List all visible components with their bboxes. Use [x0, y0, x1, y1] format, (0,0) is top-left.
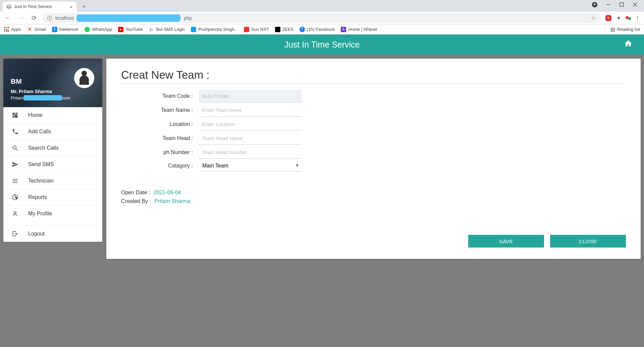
new-tab-button[interactable]: + [79, 2, 89, 11]
extension-icons: ✦ [605, 14, 641, 22]
dashboard-icon [11, 112, 19, 119]
twitter-icon [191, 27, 196, 32]
row-location: Location : [121, 118, 626, 131]
close-window-icon[interactable] [631, 0, 639, 9]
location-input[interactable] [199, 118, 302, 131]
reload-icon[interactable]: ⟳ [30, 14, 38, 22]
row-team-head: Team Head : [121, 132, 626, 145]
row-team-name: Team Name : [121, 104, 626, 117]
menu-send-sms[interactable]: Send SMS [3, 156, 102, 173]
row-category: Catagory : Main Team [121, 160, 626, 171]
meta-created-by: Created By : Pritam Sharma [121, 198, 626, 204]
send-icon [11, 161, 19, 168]
profile-card: BM Mr. Pritam Sharma Pritamcom [3, 59, 102, 107]
label-team-name: Team Name : [121, 107, 199, 113]
svg-rect-11 [13, 181, 18, 181]
freelencer-icon: f [52, 27, 57, 32]
svg-rect-12 [13, 182, 18, 183]
reading-list-button[interactable]: ▤Reading list [605, 26, 640, 32]
form-meta: Open Date : 2021-09-04 Created By : Prit… [121, 190, 626, 204]
app-title: Just In Time Service [284, 40, 360, 50]
bm-youtube[interactable]: ▸YouTube [118, 27, 143, 32]
home-icon[interactable] [624, 39, 633, 50]
phone-icon [11, 128, 19, 135]
svg-rect-7 [14, 115, 17, 118]
extensions-icon[interactable]: ✦ [615, 15, 622, 21]
open-date-value: 2021-09-04 [154, 190, 181, 195]
app-header: Just In Time Service [0, 34, 644, 55]
bm-hpanel[interactable]: hHome | hPanel [341, 27, 377, 32]
bulsms-icon: |≡ [149, 27, 154, 32]
address-bar[interactable]: i localhost php ☆ [43, 13, 601, 23]
created-by-value: Pritam Sharma [154, 198, 190, 204]
sunnxt-icon [244, 27, 249, 32]
bm-sunnxt[interactable]: Sun NXT [244, 27, 269, 32]
team-head-input[interactable] [199, 132, 302, 145]
label-team-head: Team Head : [121, 135, 199, 141]
menu-search-calls[interactable]: Search Calls [3, 140, 102, 156]
list-icon [11, 177, 19, 185]
bm-apps[interactable]: Apps [4, 27, 21, 32]
browser-tab[interactable]: Just In Time Service × [3, 2, 76, 12]
menu-logout[interactable]: Logout [3, 226, 102, 242]
back-icon[interactable]: ← [3, 14, 12, 22]
bm-zee5[interactable]: ZEE5 [275, 27, 293, 32]
reading-list-icon: ▤ [610, 26, 615, 32]
bookmark-star-icon[interactable]: ☆ [591, 14, 596, 21]
bm-facebook[interactable]: f(15) Facebook [300, 27, 335, 32]
user-email: Pritamcom [11, 95, 95, 100]
close-button[interactable]: CLOSE [550, 235, 626, 248]
team-name-input[interactable] [199, 104, 302, 117]
label-location: Location : [121, 121, 199, 127]
bm-whatsapp[interactable]: WhatsApp [85, 27, 112, 32]
tab-title: Just In Time Service [14, 4, 52, 9]
user-name: Mr. Pritam Sharma [11, 89, 95, 94]
facebook-icon: f [300, 27, 305, 32]
menu-my-profile[interactable]: My Profile [3, 206, 102, 222]
hpanel-icon: h [341, 27, 346, 32]
zee5-icon [275, 27, 280, 32]
email-redacted [23, 95, 62, 100]
category-select-wrap: Main Team [199, 160, 302, 171]
chart-icon [11, 194, 19, 201]
bm-bulsms[interactable]: |≡Bul SMS Login [149, 27, 185, 32]
category-select[interactable]: Main Team [199, 160, 302, 171]
row-team-code: Team Code : [121, 90, 626, 102]
meta-open-date: Open Date : 2021-09-04 [121, 190, 626, 196]
bookmarks-bar: Apps MGmail ffreelencer WhatsApp ▸YouTub… [0, 24, 644, 34]
browser-tab-strip: Just In Time Service × + [0, 0, 644, 12]
main-panel: Creat New Team : Team Code : Team Name :… [106, 59, 641, 259]
user-role: BM [11, 77, 95, 85]
close-tab-icon[interactable]: × [69, 4, 72, 10]
bm-gmail[interactable]: MGmail [27, 27, 46, 32]
site-info-icon[interactable]: i [47, 16, 52, 20]
maximize-icon[interactable] [617, 0, 626, 9]
minimize-icon[interactable] [604, 0, 612, 9]
sidebar: BM Mr. Pritam Sharma Pritamcom Home Add … [3, 59, 102, 242]
browser-menu-icon[interactable] [636, 14, 639, 22]
window-controls [586, 0, 644, 10]
save-button[interactable]: SAVE [468, 235, 544, 248]
bm-freelencer[interactable]: ffreelencer [52, 27, 79, 32]
menu-technician[interactable]: Technician [3, 173, 102, 189]
team-code-input [199, 90, 302, 102]
menu-reports[interactable]: Reports [3, 189, 102, 206]
profile-icon[interactable] [590, 0, 599, 9]
instagram-ext-icon[interactable] [605, 15, 611, 21]
menu-divider [3, 222, 102, 226]
menu-add-calls[interactable]: Add Calls [3, 124, 102, 140]
svg-rect-10 [13, 179, 18, 180]
menu-home[interactable]: Home [3, 107, 102, 124]
sidebar-menu-footer: Logout [3, 226, 102, 242]
whatsapp-icon [85, 27, 90, 32]
bm-pushpendra[interactable]: Pushpendra Singh... [191, 27, 238, 32]
search-icon [11, 144, 19, 152]
phone-input[interactable] [199, 146, 302, 159]
svg-line-9 [16, 149, 18, 151]
label-category: Catagory : [121, 163, 199, 169]
globe-icon [7, 4, 11, 9]
content-area: BM Mr. Pritam Sharma Pritamcom Home Add … [0, 55, 644, 347]
svg-point-8 [13, 146, 16, 149]
ext-icon-misc[interactable] [626, 15, 632, 21]
label-team-code: Team Code : [121, 93, 199, 99]
